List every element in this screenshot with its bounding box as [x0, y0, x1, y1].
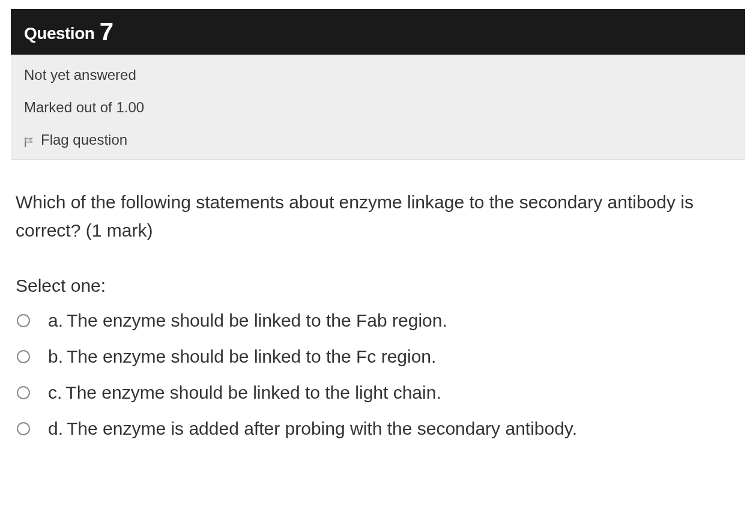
option-text: b.The enzyme should be linked to the Fc …	[48, 346, 436, 367]
option-letter: b.	[48, 346, 63, 366]
option-b[interactable]: b.The enzyme should be linked to the Fc …	[16, 346, 740, 367]
question-container: Question 7 Not yet answered Marked out o…	[11, 9, 745, 451]
flag-icon	[24, 135, 35, 145]
question-body: Which of the following statements about …	[11, 160, 745, 451]
option-text: a.The enzyme should be linked to the Fab…	[48, 310, 447, 331]
option-label: The enzyme should be linked to the Fab r…	[67, 310, 447, 330]
option-c[interactable]: c.The enzyme should be linked to the lig…	[16, 382, 740, 403]
option-a[interactable]: a.The enzyme should be linked to the Fab…	[16, 310, 740, 331]
radio-icon	[17, 314, 30, 327]
radio-icon	[17, 422, 30, 435]
question-text: Which of the following statements about …	[16, 189, 740, 244]
options-list: a.The enzyme should be linked to the Fab…	[16, 310, 740, 439]
option-letter: d.	[48, 419, 63, 438]
question-header: Question 7	[11, 9, 745, 55]
option-letter: c.	[48, 382, 62, 402]
question-label: Question	[24, 24, 94, 43]
flag-question-link[interactable]: Flag question	[24, 131, 732, 148]
option-label: The enzyme should be linked to the Fc re…	[67, 346, 436, 366]
radio-icon	[17, 350, 30, 363]
question-number: 7	[100, 17, 113, 46]
marks-text: Marked out of 1.00	[24, 99, 732, 116]
status-text: Not yet answered	[24, 67, 732, 83]
option-text: d.The enzyme is added after probing with…	[48, 419, 577, 439]
option-d[interactable]: d.The enzyme is added after probing with…	[16, 419, 740, 439]
radio-icon	[17, 386, 30, 399]
option-label: The enzyme should be linked to the light…	[65, 382, 441, 402]
flag-label: Flag question	[41, 131, 127, 148]
select-prompt: Select one:	[16, 276, 740, 296]
option-label: The enzyme is added after probing with t…	[67, 419, 577, 438]
option-text: c.The enzyme should be linked to the lig…	[48, 382, 441, 403]
question-meta: Not yet answered Marked out of 1.00 Flag…	[11, 55, 745, 160]
option-letter: a.	[48, 310, 63, 330]
